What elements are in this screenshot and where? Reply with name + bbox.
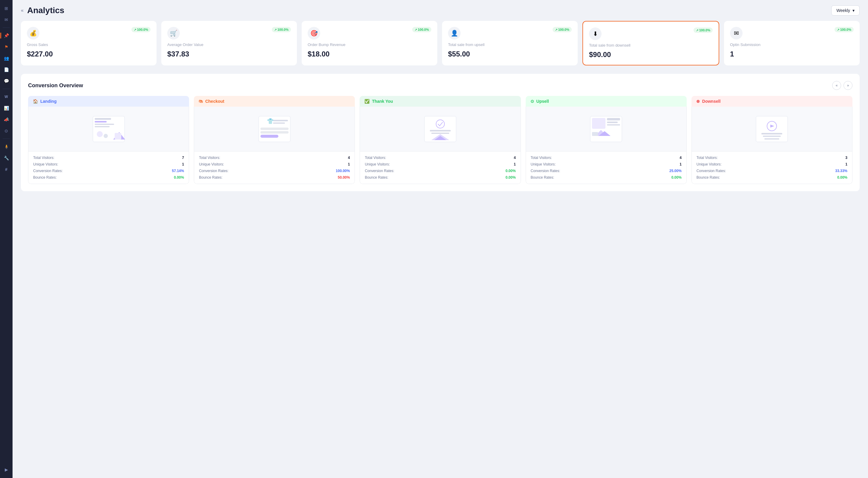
- nav-next-button[interactable]: »: [843, 81, 852, 90]
- metric-card-gross-sales[interactable]: 💰 100.0% Gross Sales $227.00: [21, 21, 156, 65]
- svg-rect-3: [95, 124, 114, 125]
- sidebar-icon-woo[interactable]: W: [1, 92, 11, 101]
- sidebar-icon-users[interactable]: 👥: [1, 54, 11, 63]
- stat-label-conversion: Conversion Rates:: [696, 169, 726, 173]
- funnel-label-checkout: Checkout: [205, 99, 224, 104]
- dropdown-chevron-icon: ▾: [852, 8, 855, 13]
- stat-value-conversion-upsell: 25.00%: [670, 169, 682, 173]
- stat-label-bounce: Bounce Rates:: [199, 175, 222, 180]
- funnel-card-upsell[interactable]: ⊙ Upsell Total Visitors: 4 Unique Visito…: [526, 96, 687, 184]
- metric-badge-avg-order: 100.0%: [272, 27, 291, 32]
- period-dropdown[interactable]: Weekly ▾: [831, 5, 860, 16]
- sidebar-icon-person[interactable]: 🧍: [1, 142, 11, 151]
- stat-value-bounce-upsell: 0.00%: [672, 175, 682, 180]
- funnel-label-upsell: Upsell: [536, 99, 549, 104]
- stat-row-visitors-downsell: Total Visitors: 3: [696, 156, 847, 160]
- stat-label-visitors: Total Visitors:: [33, 156, 54, 160]
- stat-value-unique-downsell: 1: [845, 162, 847, 167]
- metric-value-downsell: $90.00: [589, 51, 713, 59]
- metric-icon-avg-order: 🛒: [167, 27, 180, 39]
- stat-value-unique-checkout: 1: [348, 162, 350, 167]
- funnel-card-thankyou[interactable]: ✅ Thank You Total Visitors: 4 Unique Vis…: [360, 96, 521, 184]
- metric-card-order-bump[interactable]: 🎯 100.0% Order Bump Revenue $18.00: [302, 21, 437, 65]
- stat-value-bounce-downsell: 0.00%: [837, 175, 847, 180]
- stat-value-conversion-checkout: 100.00%: [336, 169, 350, 173]
- sidebar-icon-pin[interactable]: 📌: [1, 31, 11, 40]
- stat-row-conversion-upsell: Conversion Rates: 25.00%: [531, 169, 682, 173]
- stat-label-bounce: Bounce Rates:: [696, 175, 720, 180]
- metric-value-gross-sales: $227.00: [27, 50, 151, 58]
- metric-label-avg-order: Average Order Value: [167, 42, 291, 47]
- nav-arrows: « »: [832, 81, 852, 90]
- metric-icon-optin: ✉: [730, 27, 743, 39]
- stat-value-unique-thankyou: 1: [514, 162, 516, 167]
- sidebar-icon-wrench[interactable]: 🔧: [1, 153, 11, 163]
- svg-rect-30: [756, 116, 788, 142]
- metric-icon-order-bump: 🎯: [308, 27, 320, 39]
- metric-value-avg-order: $37.83: [167, 50, 291, 58]
- back-button[interactable]: «: [21, 8, 24, 13]
- svg-rect-18: [430, 130, 451, 131]
- svg-rect-35: [764, 138, 779, 140]
- stat-row-conversion-downsell: Conversion Rates: 33.33%: [696, 169, 847, 173]
- main-content: « Analytics Weekly ▾ 💰 100.0% Gross Sale…: [12, 0, 868, 478]
- funnel-card-stats-thankyou: Total Visitors: 4 Unique Visitors: 1 Con…: [360, 151, 521, 184]
- sidebar-icon-document[interactable]: 📄: [1, 65, 11, 74]
- metric-card-optin[interactable]: ✉ 100.0% Optin Submission 1: [724, 21, 860, 65]
- stat-value-conversion-landing: 57.14%: [172, 169, 184, 173]
- metric-card-top: ✉ 100.0%: [730, 27, 854, 39]
- svg-rect-12: [273, 122, 285, 124]
- stat-row-unique-downsell: Unique Visitors: 1: [696, 162, 847, 167]
- stat-label-unique: Unique Visitors:: [531, 162, 556, 167]
- sidebar-icon-megaphone[interactable]: 📣: [1, 115, 11, 124]
- sidebar-icon-analytics[interactable]: 📊: [1, 103, 11, 113]
- svg-point-5: [97, 131, 103, 137]
- svg-rect-26: [607, 124, 620, 125]
- sidebar-icon-circle[interactable]: ⊙: [1, 126, 11, 136]
- stat-label-conversion: Conversion Rates:: [199, 169, 228, 173]
- stat-row-unique-upsell: Unique Visitors: 1: [531, 162, 682, 167]
- funnel-card-preview-upsell: [526, 107, 687, 151]
- sidebar-icon-play[interactable]: ▶: [1, 465, 11, 474]
- stat-value-visitors-thankyou: 4: [514, 156, 516, 160]
- stat-label-bounce: Bounce Rates:: [33, 175, 57, 180]
- metric-label-gross-sales: Gross Sales: [27, 42, 151, 47]
- metric-card-upsell[interactable]: 👤 100.0% Total sale from upsell $55.00: [442, 21, 578, 65]
- svg-rect-19: [431, 132, 449, 134]
- svg-rect-29: [592, 132, 598, 136]
- funnel-icon-thankyou: ✅: [364, 99, 370, 104]
- stat-value-visitors-upsell: 4: [680, 156, 682, 160]
- sidebar-icon-flag[interactable]: ⚑: [1, 42, 11, 52]
- sidebar-icon-mail[interactable]: ✉: [1, 15, 11, 25]
- sidebar-icon-grid[interactable]: ⊞: [1, 4, 11, 13]
- sidebar-icon-chat[interactable]: 💬: [1, 76, 11, 86]
- funnel-card-header-checkout: 🛍 Checkout: [194, 96, 355, 107]
- nav-prev-button[interactable]: «: [832, 81, 841, 90]
- stat-label-visitors: Total Visitors:: [531, 156, 552, 160]
- svg-rect-25: [607, 122, 618, 123]
- page-title: Analytics: [27, 6, 828, 15]
- page-header: « Analytics Weekly ▾: [12, 0, 868, 21]
- stat-label-conversion: Conversion Rates:: [33, 169, 63, 173]
- svg-rect-13: [260, 127, 288, 130]
- stat-label-unique: Unique Visitors:: [33, 162, 58, 167]
- stat-row-visitors-thankyou: Total Visitors: 4: [365, 156, 516, 160]
- funnel-card-downsell[interactable]: ⊗ Downsell Total Visitors: 3 Unique Visi…: [691, 96, 852, 184]
- stat-row-bounce-downsell: Bounce Rates: 0.00%: [696, 175, 847, 180]
- funnel-label-landing: Landing: [40, 99, 57, 104]
- funnel-card-preview-thankyou: [360, 107, 521, 151]
- stat-row-bounce-upsell: Bounce Rates: 0.00%: [531, 175, 682, 180]
- stat-label-visitors: Total Visitors:: [199, 156, 220, 160]
- metric-card-top: 🛒 100.0%: [167, 27, 291, 39]
- svg-rect-15: [260, 135, 278, 138]
- funnel-card-header-landing: 🏠 Landing: [28, 96, 189, 107]
- funnel-card-landing[interactable]: 🏠 Landing Total Visitors: 7 Unique Visit…: [28, 96, 189, 184]
- stat-label-bounce: Bounce Rates:: [365, 175, 388, 180]
- funnel-card-checkout[interactable]: 🛍 Checkout 👕 Total Visitors: 4 Unique Vi…: [194, 96, 355, 184]
- metric-card-downsell[interactable]: ⬇ 100.0% Total sale from downsell $90.00: [583, 21, 719, 65]
- funnel-card-preview-landing: [28, 107, 189, 151]
- stat-row-unique-thankyou: Unique Visitors: 1: [365, 162, 516, 167]
- sidebar-icon-hashtag[interactable]: #: [1, 165, 11, 174]
- metric-card-avg-order[interactable]: 🛒 100.0% Average Order Value $37.83: [161, 21, 297, 65]
- stat-row-conversion-checkout: Conversion Rates: 100.00%: [199, 169, 350, 173]
